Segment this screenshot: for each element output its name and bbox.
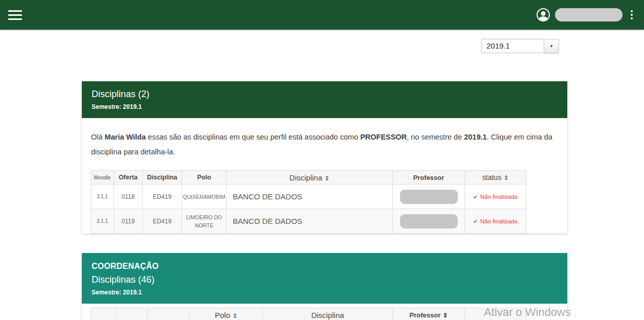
professor-name-redacted (400, 190, 458, 204)
disciplinas-card-header: Disciplinas (2) Semestre: 2019.1 (82, 81, 567, 118)
cell-polo[interactable]: QUIXERAMOBIM (182, 185, 227, 209)
col-header-oferta: Oferta (114, 171, 143, 185)
cell-professor (393, 209, 465, 234)
col-header-polo: Polo (182, 171, 227, 185)
disciplinas-card: Disciplinas (2) Semestre: 2019.1 Olá Mar… (82, 81, 567, 234)
semester-value-field[interactable]: 2019.1 (481, 39, 544, 53)
col-header-status-sortable[interactable]: status⇕ (465, 171, 526, 185)
coordenacao-card-header: COORDENAÇÂO Disciplinas (46) Semestre: 2… (82, 253, 567, 304)
cell-moodle-version[interactable]: 3.1.1 (91, 209, 114, 234)
card-pretitle: COORDENAÇÂO (92, 262, 557, 271)
greeting-text: Olá (91, 133, 105, 141)
col-header-empty (148, 308, 190, 320)
semester-combobox: 2019.1 ▼ (481, 39, 559, 53)
cell-status: ✔Não finalizada (465, 185, 526, 209)
col-header-professor: Professor (393, 171, 465, 185)
sort-icon: ⇕ (442, 312, 448, 319)
status-text: Não finalizada (480, 218, 518, 224)
cell-professor (393, 185, 465, 209)
top-app-bar (0, 0, 644, 30)
card-title: Disciplinas (46) (92, 275, 557, 285)
sort-icon: ⇕ (503, 174, 508, 181)
disciplinas-table: Moodle Oferta Disciplina Polo Disciplina… (91, 170, 526, 234)
col-header-empty (465, 308, 526, 320)
col-header-polo-sortable[interactable]: Polo⇕ (190, 308, 263, 320)
professor-name: Maria Wilda (105, 133, 146, 141)
user-name-redacted (555, 8, 623, 21)
profile-role: PROFESSOR (360, 133, 407, 141)
col-header-disciplina-code: Disciplina (143, 171, 182, 185)
cell-disciplina-name[interactable]: BANCO DE DADOS (227, 185, 393, 209)
col-header-empty (91, 308, 117, 320)
cell-oferta[interactable]: 0118 (114, 185, 143, 209)
cell-moodle-version[interactable]: 3.1.1 (91, 185, 114, 209)
coordenacao-card: COORDENAÇÂO Disciplinas (46) Semestre: 2… (82, 253, 567, 320)
col-header-professor-sortable[interactable]: Professor⇕ (393, 308, 465, 320)
greeting-paragraph: Olá Maria Wilda essas são as disciplinas… (91, 130, 557, 159)
table-header-row: Moodle Oferta Disciplina Polo Disciplina… (91, 171, 526, 185)
semester-dropdown-button[interactable]: ▼ (544, 39, 559, 53)
greeting-text: , no semestre de (407, 133, 464, 141)
sort-icon: ⇕ (232, 312, 237, 319)
table-row[interactable]: 3.1.1 0118 ED419 QUIXERAMOBIM BANCO DE D… (91, 185, 526, 209)
card-title: Disciplinas (2) (92, 89, 557, 100)
cell-status: ✔Não finalizada (465, 209, 526, 234)
hamburger-menu-icon[interactable] (8, 10, 22, 20)
kebab-menu-icon[interactable] (628, 8, 636, 21)
greeting-text: essas são as disciplinas em que seu perf… (146, 133, 360, 141)
chevron-down-icon: ▼ (549, 44, 553, 49)
card-subtitle: Semestre: 2019.1 (92, 289, 557, 296)
professor-name-redacted (400, 214, 458, 228)
cell-polo[interactable]: LIMOEIRO DO NORTE (182, 209, 227, 234)
table-header-row: Polo⇕ Disciplina Professor⇕ (91, 308, 526, 320)
cell-disciplina-name[interactable]: BANCO DE DADOS (227, 209, 393, 234)
col-header-empty (117, 308, 148, 320)
status-text: Não finalizada (480, 194, 518, 200)
cell-oferta[interactable]: 0119 (114, 209, 143, 234)
user-avatar-icon[interactable] (537, 8, 550, 21)
topbar-right-cluster (537, 8, 636, 21)
coordenacao-table: Polo⇕ Disciplina Professor⇕ (91, 308, 526, 320)
table-row[interactable]: 3.1.1 0119 ED419 LIMOEIRO DO NORTE BANCO… (91, 209, 526, 234)
col-header-disciplina: Disciplina (263, 308, 393, 320)
col-header-moodle: Moodle (91, 171, 114, 185)
sort-icon: ⇕ (324, 175, 329, 182)
card-subtitle: Semestre: 2019.1 (92, 103, 557, 110)
col-header-disciplina-sortable[interactable]: Disciplina⇕ (227, 171, 393, 185)
cell-disciplina-code[interactable]: ED419 (143, 209, 182, 234)
check-icon: ✔ (473, 194, 477, 200)
cell-disciplina-code[interactable]: ED419 (143, 185, 182, 209)
semester-value: 2019.1 (464, 133, 486, 141)
check-icon: ✔ (473, 219, 477, 224)
